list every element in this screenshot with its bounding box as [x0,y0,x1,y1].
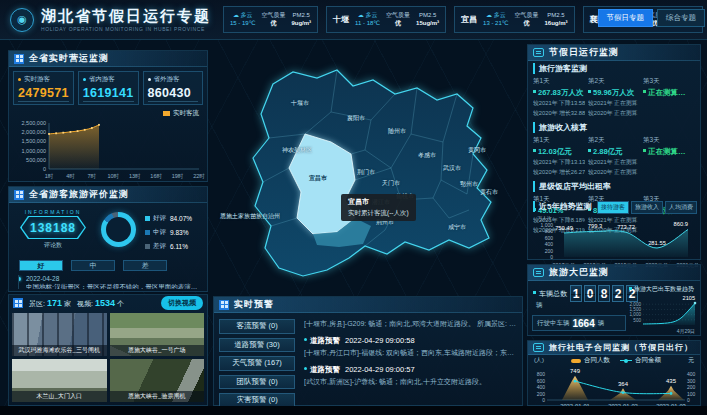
alert-text: [武汉市,新洲区]-沪蓉线: 畅通；南向北,十升立交附近路段。 [304,377,517,387]
panel-holiday-monitor: 节假日运行监测 旅行游客监测第1天267.83万人次较2021年 下降13.58… [527,44,701,260]
y-tick: 400 [545,241,554,247]
rating-tab-好[interactable]: 好 [19,260,63,271]
legend-swatch [145,216,150,221]
aqi-label: 空气质量 [386,12,410,20]
map-label-鄂州市: 鄂州市 [460,180,478,189]
legend-swatch [145,244,150,249]
weather-pm-col: PM2.516ug/m³ [545,12,568,28]
stat-value: 860430 [148,86,198,102]
bottom-strip [0,406,707,415]
running-value: 1664 [573,318,595,329]
top-button-1[interactable]: 综合专题 [657,9,705,27]
legend-label: 差评 [153,242,166,251]
legend-value: 9.83% [170,229,188,236]
trend-title: 近5年趋势监测 [533,201,591,212]
running-label: 行驶中车辆 [537,319,570,328]
video-count: 视频:1534个 [77,298,124,309]
y-tick-right: 400 [687,371,696,377]
stat-value: 1619141 [83,86,134,102]
x-tick: 4月29日 [677,328,695,335]
camera-grid: 武汉玛雅海滩欢乐谷_三号闸机恩施大峡谷_一号广场木兰山_大门入口恩施大峡谷_验票… [12,313,204,402]
map-label-神农架林区: 神农架林区 [282,146,312,155]
alert-category-1[interactable]: 道路预警 (30) [219,338,295,353]
comment-date: 2022-04-28 [26,275,203,282]
camera-feed-0[interactable]: 武汉玛雅海滩欢乐谷_三号闸机 [12,313,107,356]
camera-feed-1[interactable]: 恩施大峡谷_一号广场 [110,313,205,356]
rating-legend-row-2: 差评6.11% [145,242,192,251]
top-buttons: 节假日专题综合专题 [598,9,706,27]
pm-value: 9ug/m³ [291,20,311,28]
map-label-黄石市: 黄石市 [480,188,498,197]
stat-value: 2479571 [18,86,69,102]
panel-title: 旅游大巴监测 [549,266,609,279]
panel-header: 实时预警 [214,297,522,313]
contract-icon [533,343,544,352]
aqi-value: 优 [270,20,276,28]
alert-item-1: 道路预警2022-04-29 09:00:58[十堰市,丹江口市]-福银线: 双… [304,336,517,358]
top-button-0[interactable]: 节假日专题 [598,9,654,27]
rating-tab-中[interactable]: 中 [71,260,115,271]
weather-temp: 13 - 21℃ [483,20,508,28]
stat-label-text: 省外游客 [154,75,180,84]
data-label: 281.55 [648,240,666,246]
panel-header: 节假日运行监测 [528,45,700,61]
pm-label: PM2.5 [293,12,310,20]
panel-title: 节假日运行监测 [549,46,619,59]
day-compare: 较2020年 增长32.88% [533,109,585,118]
y-tick: 1,000 [540,222,553,228]
day-value: 正在测算… [643,88,695,98]
weather-temp: 15 - 19℃ [230,20,255,28]
day-column-0: 第1天12.03亿元较2021年 下降13.13%较2020年 增长26.27% [533,135,585,177]
panel-title: 全省实时营运监测 [29,52,109,65]
alert-time: 2022-04-29 09:00:58 [345,336,415,345]
day-value: 267.83万人次 [533,88,585,98]
contract-chart-svg: 020040060080001002003004007493644352022-… [529,364,701,410]
weather-widget-1: 十堰☁ 多云11 - 18℃空气质量优PM2.515ug/m³ [326,6,446,33]
y-tick: 2,000,000 [22,129,46,135]
peak-label: 435 [666,378,677,384]
day-label: 第3天 [643,136,695,145]
camera-caption: 木兰山_大门入口 [12,391,107,402]
map-label-孝感市: 孝感市 [418,151,436,160]
stat-bullet [83,78,86,81]
running-unit: 辆 [598,319,605,328]
flow-chart-svg: 0500,0001,000,0001,500,0002,000,0002,500… [11,117,207,181]
brand: ◉ 湖北省节假日运行专题 HOLIDAY OPERATION MONITORIN… [0,7,211,32]
pm-value: 15ug/m³ [416,20,439,28]
stat-card-2: 省外游客860430 [143,71,203,105]
map-label-咸宁市: 咸宁市 [448,223,466,232]
camera-feed-2[interactable]: 木兰山_大门入口 [12,359,107,402]
y-tick: 0 [550,254,553,260]
weather-aqi-col: 空气质量优 [515,12,539,28]
switch-video-button[interactable]: 切换视频 [161,296,203,310]
camera-feed-3[interactable]: 恩施大峡谷_验票闸机 [110,359,205,402]
legend-swatch [145,230,150,235]
map-label-天门市: 天门市 [382,179,400,188]
day-label: 第2天 [588,77,640,86]
pm-label: PM2.5 [547,12,564,20]
day-compare: 较2020年 正在测算 [588,168,640,177]
data-label: 799.3 [588,223,603,229]
stat-bullet [18,78,21,81]
alert-category-3[interactable]: 团队预警 (0) [219,375,295,390]
hubei-map: 十堰市神农架林区襄阳市随州市荆门市孝感市武汉市黄冈市鄂州市黄石市咸宁市荆州市天门… [205,42,525,294]
legend-label: 中评 [153,228,166,237]
rating-tab-差[interactable]: 差 [123,260,167,271]
x-tick: 7时 [88,173,97,179]
alert-category-0[interactable]: 客流预警 (0) [219,319,295,334]
top-header: ◉ 湖北省节假日运行专题 HOLIDAY OPERATION MONITORIN… [0,0,707,40]
weather-cond-col: ☁ 多云13 - 21℃ [483,12,508,28]
scenic-label: 景区: [29,299,45,309]
day-compare: 较2020年 正在测算 [588,109,640,118]
alert-category-2[interactable]: 天气预警 (167) [219,356,295,371]
comment-list: 2022-04-28中国地标·汉街景区：景区还是很不错的，景区里面的表演比较多，… [18,275,203,289]
x-tick: 22时 [193,173,205,179]
alert-meta: 道路预警2022-04-29 09:00:57 [304,365,517,375]
panel-realtime-operations: 全省实时营运监测 实时游客2479571省内游客1619141省外游客86043… [8,50,208,182]
data-label: 860.9 [673,221,688,227]
map-label-宜昌市: 宜昌市 [309,174,327,183]
panel-header: 旅行社电子合同监测（节假日出行） [528,341,700,355]
map-label-十堰市: 十堰市 [291,99,309,108]
stat-label: 省外游客 [148,75,198,84]
peak-label: 364 [618,381,629,387]
